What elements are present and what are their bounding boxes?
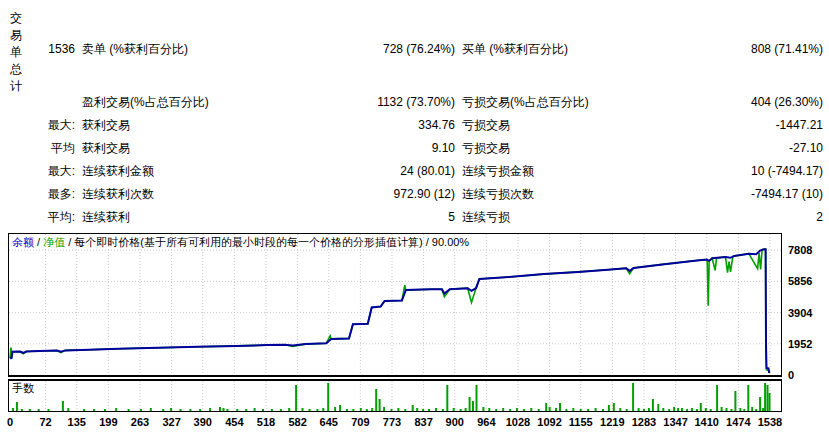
lots-bar	[668, 409, 670, 411]
lots-bar	[555, 408, 557, 411]
balance-legend-label: 余额	[12, 236, 34, 248]
lots-bar	[150, 408, 152, 411]
lots-bar	[538, 409, 540, 411]
lots-bar	[530, 408, 532, 411]
stat-row: 最大:连续获利金额24 (80.01)连续亏损金额10 (-7494.17)	[0, 160, 829, 183]
lots-bar	[691, 408, 693, 411]
lots-bar	[495, 409, 497, 411]
lots-bar	[716, 385, 718, 411]
balance-line	[10, 249, 770, 372]
vertical-title-char: 交	[7, 10, 25, 27]
lots-bar	[721, 407, 723, 411]
y-axis-tick: 7808	[788, 244, 828, 256]
stat-row: 1536卖单 (%获利百分比)728 (76.24%)买单 (%获利百分比)80…	[0, 38, 829, 61]
stat-row: 平均:连续获利5连续亏损2	[0, 206, 829, 229]
lots-bar	[523, 409, 525, 411]
lots-bar	[705, 408, 707, 411]
stat-cell-c5: -27.10	[600, 137, 823, 160]
stat-cell-c2: 盈利交易(%占总百分比)	[82, 91, 209, 114]
y-axis-tick: 3904	[788, 307, 828, 319]
lots-bar	[734, 391, 736, 411]
lots-bar	[48, 409, 50, 411]
lots-chart: 手数	[8, 379, 782, 412]
lots-bar	[587, 409, 589, 411]
lots-bar	[700, 403, 702, 411]
balance-equity-chart: 余额 / 净值 / 每个即时价格(基于所有可利用的最小时段的每一个价格的分形插值…	[8, 233, 782, 377]
lots-bar	[435, 408, 437, 411]
stat-cell-c3: 5	[230, 206, 455, 229]
lots-bar	[397, 408, 399, 411]
stats-table: 1536卖单 (%获利百分比)728 (76.24%)买单 (%获利百分比)80…	[0, 38, 829, 229]
price-model-label: 每个即时价格(基于所有可利用的最小时段的每一个价格的分形插值计算)	[74, 236, 422, 248]
lots-bar	[767, 385, 769, 411]
equity-line	[10, 249, 770, 373]
stat-cell-c2: 连续获利金额	[82, 160, 154, 183]
stat-row: 平均获利交易9.10亏损交易-27.10	[0, 137, 829, 160]
legend-separator: /	[65, 236, 74, 248]
lots-bar	[572, 408, 574, 411]
lots-bar	[446, 385, 448, 411]
lots-bar	[223, 408, 225, 411]
lots-bar	[288, 408, 290, 411]
lots-bar	[416, 408, 418, 411]
lots-bar	[472, 401, 474, 411]
stat-cell-c5: 404 (26.30%)	[600, 91, 823, 114]
stat-cell-c3: 9.10	[230, 137, 455, 160]
lots-bar	[759, 397, 761, 411]
y-axis-tick: 5856	[788, 275, 828, 287]
lots-bar	[316, 409, 318, 411]
lots-bar	[453, 408, 455, 411]
stat-cell-c2: 获利交易	[82, 114, 130, 137]
stat-row: 最多:连续获利次数972.90 (12)连续亏损次数-7494.17 (10)	[0, 183, 829, 206]
lots-bar	[764, 383, 766, 411]
lots-bar	[726, 408, 728, 411]
lots-bar	[747, 385, 749, 411]
lots-bar	[412, 405, 414, 411]
lots-bar	[379, 399, 381, 411]
lots-bar	[442, 409, 444, 411]
lots-bar	[302, 408, 304, 411]
lots-bar	[262, 409, 264, 411]
lots-bar	[731, 409, 733, 411]
stat-cell-c2: 卖单 (%获利百分比)	[82, 38, 188, 61]
lots-bar	[295, 385, 297, 411]
legend-separator: /	[34, 236, 43, 248]
lots-bar	[755, 409, 757, 411]
stat-cell-c4: 连续亏损次数	[462, 183, 534, 206]
lots-bar	[38, 409, 40, 411]
lots-bar	[322, 408, 324, 411]
model-quality-label: 90.00%	[432, 236, 469, 248]
lots-bar	[681, 408, 683, 411]
lots-bar	[170, 408, 172, 411]
lots-bar	[309, 409, 311, 411]
stat-cell-c5: -7494.17 (10)	[600, 183, 823, 206]
lots-bar	[391, 409, 393, 411]
lots-bar	[375, 389, 377, 411]
stat-cell-c1: 最多:	[0, 183, 75, 206]
stat-cell-c1	[0, 91, 75, 114]
lots-bar	[327, 383, 329, 411]
stat-cell-c3: 24 (80.01)	[230, 160, 455, 183]
lots-bar	[677, 408, 679, 411]
lots-bar	[371, 408, 373, 411]
x-axis-tick: 1538	[748, 416, 792, 428]
lots-bar	[643, 409, 645, 411]
chart-legend: 余额 / 净值 / 每个即时价格(基于所有可利用的最小时段的每一个价格的分形插值…	[12, 235, 469, 250]
stat-cell-c1: 平均	[0, 137, 75, 160]
lots-bar	[209, 408, 211, 411]
lots-bar	[334, 407, 336, 411]
lots-bar	[559, 403, 561, 411]
lots-bar	[366, 409, 368, 411]
stat-cell-c1: 1536	[0, 38, 75, 61]
lots-bar	[580, 409, 582, 411]
lots-bar	[162, 409, 164, 411]
stat-cell-c3: 728 (76.24%)	[230, 38, 455, 61]
lots-bar	[128, 409, 130, 411]
lots-label: 手数	[12, 381, 34, 396]
lots-bar	[21, 409, 23, 411]
lots-bar	[595, 408, 597, 411]
x-axis-labels: 0721351992633273904545185826457097738379…	[0, 416, 829, 430]
lots-bar	[12, 408, 14, 411]
stat-cell-c5: 2	[600, 206, 823, 229]
lots-bar	[469, 397, 471, 411]
